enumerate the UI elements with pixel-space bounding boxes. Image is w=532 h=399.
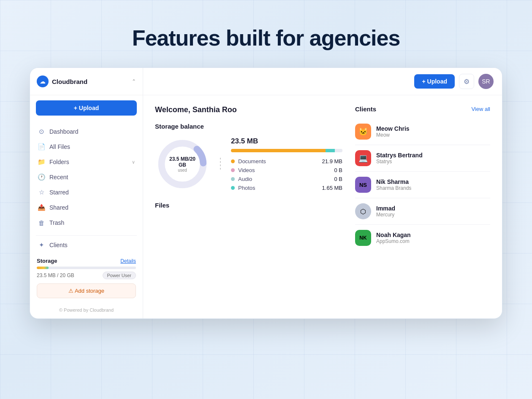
sidebar-label-shared: Shared (49, 204, 68, 211)
welcome-text: Welcome, Santhia Roo (155, 105, 342, 114)
sidebar: ☁ Cloudbrand ⌃ + Upload ⊙ Dashboard 📄 Al… (30, 68, 143, 318)
storage-balance-area: 23.5 MB/20 GB used 23.5 MB (155, 137, 342, 191)
sidebar-header: ☁ Cloudbrand ⌃ (30, 68, 143, 95)
client-info-noah: Noah Kagan AppSumo.com (376, 232, 490, 244)
videos-dot (231, 168, 235, 172)
client-item-statrys[interactable]: 💻 Statrys Bertrand Statrys (355, 145, 490, 172)
docs-label: Documents (238, 158, 266, 164)
legend-audio-left: Audio (231, 176, 252, 182)
sidebar-label-clients: Clients (49, 242, 68, 248)
client-sub-immad: Mercury (376, 212, 490, 218)
folders-left: 📁 Folders (38, 158, 69, 166)
upload-top-button[interactable]: + Upload (414, 74, 455, 89)
storage-details-link[interactable]: Details (120, 258, 136, 264)
photos-label: Photos (238, 185, 255, 191)
storage-balance-title: Storage balance (155, 123, 342, 130)
folders-icon: 📁 (38, 158, 45, 166)
storage-section: Storage Details 23.5 MB / 20 GB Power Us… (30, 253, 143, 303)
clients-title: Clients (355, 105, 376, 113)
client-avatar-immad: ⬡ (355, 203, 371, 219)
brand-chevron-icon[interactable]: ⌃ (132, 78, 136, 84)
client-sub-noah: AppSumo.com (376, 238, 490, 244)
view-all-link[interactable]: View all (471, 106, 490, 112)
photos-size: 1.65 MB (322, 185, 342, 191)
donut-sublabel: used (169, 168, 196, 173)
dashboard-icon: ⊙ (38, 128, 45, 135)
client-info-nik: Nik Sharma Sharma Brands (376, 178, 490, 191)
trash-icon: 🗑 (38, 219, 45, 226)
all-files-icon: 📄 (38, 143, 45, 151)
sidebar-item-starred[interactable]: ☆ Starred (30, 185, 143, 200)
sidebar-item-all-files[interactable]: 📄 All Files (30, 139, 143, 154)
client-item-immad[interactable]: ⬡ Immad Mercury (355, 198, 490, 225)
bar-rest (335, 149, 343, 152)
left-panel: Welcome, Santhia Roo Storage balance 23.… (155, 105, 342, 308)
sidebar-item-clients[interactable]: ✦ Clients (30, 237, 143, 253)
sidebar-item-folders[interactable]: 📁 Folders ∨ (30, 154, 143, 170)
power-user-badge: Power User (103, 272, 136, 279)
sidebar-label-folders: Folders (49, 159, 69, 165)
legend-docs-left: Documents (231, 158, 266, 164)
user-avatar[interactable]: SR (478, 74, 494, 89)
client-sub-meow: Meow (376, 132, 490, 138)
brand-area: ☁ Cloudbrand (37, 75, 87, 87)
sidebar-item-dashboard[interactable]: ⊙ Dashboard (30, 124, 143, 139)
client-name-noah: Noah Kagan (376, 232, 490, 238)
recent-icon: 🕐 (38, 173, 45, 181)
right-panel: Clients View all 🐱 Meow Chris Meow 💻 (355, 105, 490, 308)
sidebar-label-trash: Trash (49, 219, 64, 226)
folders-chevron-icon: ∨ (132, 159, 135, 165)
legend-photos-left: Photos (231, 185, 255, 191)
gear-icon: ⚙ (464, 78, 470, 86)
audio-size: 0 B (334, 176, 342, 182)
upload-sidebar-button[interactable]: + Upload (36, 100, 137, 116)
storage-multibar (231, 149, 342, 152)
client-item-nik[interactable]: NS Nik Sharma Sharma Brands (355, 172, 490, 198)
dash-separator (220, 158, 221, 170)
client-name-immad: Immad (376, 205, 490, 212)
settings-button[interactable]: ⚙ (459, 74, 474, 89)
clients-icon: ✦ (38, 241, 45, 249)
donut-center: 23.5 MB/20 GB used (169, 156, 196, 173)
legend-videos: Videos 0 B (231, 167, 342, 173)
client-name-meow: Meow Chris (376, 125, 490, 132)
videos-label: Videos (238, 167, 255, 173)
topbar: + Upload ⚙ SR (143, 68, 502, 95)
client-sub-statrys: Statrys (376, 159, 490, 164)
client-item-noah[interactable]: NK Noah Kagan AppSumo.com (355, 225, 490, 251)
client-avatar-noah: NK (355, 230, 371, 246)
sidebar-divider (36, 235, 137, 236)
add-storage-button[interactable]: ⚠ Add storage (37, 283, 136, 298)
powered-by: © Powered by Cloudbrand (30, 303, 143, 318)
photos-dot (231, 186, 235, 190)
avatar-initials: SR (482, 78, 490, 85)
legend-videos-left: Videos (231, 167, 255, 173)
legend-photos: Photos 1.65 MB (231, 185, 342, 191)
storage-total: 23.5 MB (231, 137, 342, 146)
audio-label: Audio (238, 176, 252, 182)
donut-chart: 23.5 MB/20 GB used (155, 137, 210, 191)
client-item-meow[interactable]: 🐱 Meow Chris Meow (355, 119, 490, 145)
content-body: Welcome, Santhia Roo Storage balance 23.… (143, 95, 502, 318)
sidebar-item-trash[interactable]: 🗑 Trash (30, 215, 143, 230)
docs-dot (231, 159, 235, 163)
storage-size: 23.5 MB / 20 GB (37, 272, 74, 278)
brand-icon: ☁ (37, 75, 49, 87)
client-info-meow: Meow Chris Meow (376, 125, 490, 138)
docs-size: 21.9 MB (322, 158, 342, 164)
audio-dot (231, 177, 235, 181)
app-window: ☁ Cloudbrand ⌃ + Upload ⊙ Dashboard 📄 Al… (30, 67, 502, 319)
sidebar-item-recent[interactable]: 🕐 Recent (30, 170, 143, 185)
main-content: + Upload ⚙ SR Welcome, Santhia Roo Stora… (143, 68, 502, 318)
sidebar-label-starred: Starred (49, 189, 69, 196)
sidebar-item-shared[interactable]: 📤 Shared (30, 200, 143, 215)
client-info-immad: Immad Mercury (376, 205, 490, 218)
brand-name: Cloudbrand (52, 78, 87, 85)
legend-audio: Audio 0 B (231, 176, 342, 182)
bar-photos (326, 149, 334, 152)
storage-bar-bg (37, 267, 136, 269)
storage-header: Storage Details (37, 258, 136, 264)
client-name-nik: Nik Sharma (376, 178, 490, 185)
sidebar-label-all-files: All Files (49, 143, 70, 150)
client-avatar-meow: 🐱 (355, 124, 371, 140)
